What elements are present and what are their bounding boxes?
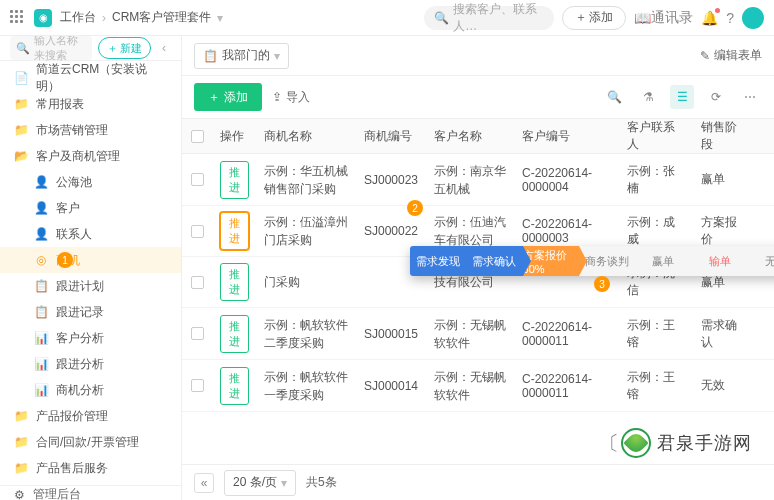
nav-item-followplan[interactable]: 📋跟进计划 [0,273,181,299]
list-icon: 📋 [34,305,48,319]
nav-item-reports[interactable]: 📁常用报表 [0,91,181,117]
filter-icon[interactable]: ⚗ [636,85,660,109]
nav-item-marketing[interactable]: 📁市场营销管理 [0,117,181,143]
apps-icon[interactable] [10,10,26,26]
add-button[interactable]: ＋添加 [562,6,626,30]
table-row[interactable]: 推进示例：帆软软件二季度采购SJ000015示例：无锡帆软软件C-2022061… [182,308,774,360]
cell-code: SJ000015 [356,314,426,353]
stage-lose[interactable]: 输单 [691,246,747,276]
nav-item-customer[interactable]: 📂客户及商机管理 [0,143,181,169]
cell-contact: 示例：王镕 [619,314,693,353]
help-icon[interactable]: ? [726,10,734,26]
cell-custcode: C-20220614-0000011 [514,314,619,353]
chevron-down-icon[interactable]: ▾ [217,11,223,25]
new-button[interactable]: ＋新建 [98,37,151,59]
badge-3: 3 [594,276,610,292]
search-icon: 🔍 [434,11,449,25]
nav-item-contract[interactable]: 📁合同/回款/开票管理 [0,429,181,455]
cell-stage: 需求确认 [693,314,753,353]
chevron-right-icon: › [102,11,106,25]
add-record-button[interactable]: ＋添加 [194,83,262,111]
push-button[interactable]: 推进 [220,315,249,353]
cell-contact: 示例：王镕 [619,366,693,405]
edit-form-link[interactable]: ✎ 编辑表单 [700,47,762,64]
gear-icon: ⚙ [14,488,25,501]
nav-item-custanalysis[interactable]: 📊客户分析 [0,325,181,351]
chart-icon: 📊 [34,331,48,345]
stage-quote[interactable]: 方案报价 60% [523,246,579,276]
breadcrumb-workbench[interactable]: 工作台 [60,9,96,26]
badge-2: 2 [407,200,423,216]
stage-win[interactable]: 赢单 [635,246,691,276]
nav-item-oppanalysis[interactable]: 📊商机分析 [0,377,181,403]
stage-discover[interactable]: 需求发现 [410,246,466,276]
table-body: 2 需求发现 需求确认 方案报价 60% 商务谈判 赢单 输单 无效 3 推进示… [182,154,774,412]
nav-item-install[interactable]: 📄简道云CRM（安装说明） [0,65,181,91]
cell-name: 示例：帆软软件一季度采购 [264,368,348,404]
nav-item-contact[interactable]: 👤联系人 [0,221,181,247]
stage-confirm[interactable]: 需求确认 [466,246,522,276]
col-custcode: 客户编号 [514,119,619,153]
page-prev[interactable]: « [194,473,214,493]
stage-negotiate[interactable]: 商务谈判 [579,246,635,276]
sidebar-search[interactable]: 🔍输入名称来搜索 [10,36,92,60]
col-name: 商机名称 [256,119,356,153]
pagesize-select[interactable]: 20 条/页 ▾ [224,470,296,496]
col-stage: 销售阶段 [693,119,753,153]
total-count: 共5条 [306,474,337,491]
refresh-icon[interactable]: ⟳ [704,85,728,109]
row-checkbox[interactable] [191,173,204,186]
cell-code: SJ000014 [356,366,426,405]
bell-icon[interactable]: 🔔 [701,10,718,26]
checkbox-all[interactable] [191,130,204,143]
avatar[interactable] [742,7,764,29]
search-icon[interactable]: 🔍 [602,85,626,109]
table-row[interactable]: 推进示例：帆软软件一季度采购SJ000014示例：无锡帆软软件C-2022061… [182,360,774,412]
badge-1: 1 [57,252,73,268]
cell-cust: 示例：南京华五机械 [434,162,506,198]
col-code: 商机编号 [356,119,426,153]
cell-stage: 方案报价 [693,212,753,250]
folder-open-icon: 📂 [14,149,28,163]
nav-item-opportunity[interactable]: ◎商机1 [0,247,181,273]
list-view-icon[interactable]: ☰ [670,85,694,109]
logo-icon: ◉ [34,9,52,27]
cell-name: 示例：帆软软件二季度采购 [264,316,348,352]
admin-link[interactable]: ⚙管理后台 [0,485,181,500]
user-icon: 👤 [34,201,48,215]
row-checkbox[interactable] [191,379,204,392]
nav-item-quote[interactable]: 📁产品报价管理 [0,403,181,429]
sidebar: 🔍输入名称来搜索 ＋新建 ‹ 📄简道云CRM（安装说明） 📁常用报表 📁市场营销… [0,36,182,500]
cell-cust: 示例：无锡帆软软件 [434,368,506,404]
folder-icon: 📁 [14,409,28,423]
push-button[interactable]: 推进 [220,367,249,405]
global-search[interactable]: 🔍 搜索客户、联系人… [424,6,554,30]
push-button[interactable]: 推进 [220,212,249,250]
import-button[interactable]: ⇪ 导入 [272,89,310,106]
breadcrumb-suite[interactable]: CRM客户管理套件 [112,9,211,26]
cell-cust: 示例：无锡帆软软件 [434,316,506,352]
chart-icon: 📊 [34,357,48,371]
contacts-link[interactable]: 📖 通讯录 [634,9,693,27]
nav-item-service[interactable]: 📁产品售后服务 [0,455,181,481]
cell-stage: 无效 [693,366,753,405]
nav-item-followrec[interactable]: 📋跟进记录 [0,299,181,325]
row-checkbox[interactable] [191,225,204,238]
more-icon[interactable]: ⋯ [738,85,762,109]
collapse-icon[interactable]: ‹ [157,41,171,55]
nav-item-followanalysis[interactable]: 📊跟进分析 [0,351,181,377]
cell-code: SJ000022 [356,212,426,250]
col-cust: 客户名称 [426,119,514,153]
push-button[interactable]: 推进 [220,263,249,301]
nav-item-pool[interactable]: 👤公海池 [0,169,181,195]
row-checkbox[interactable] [191,276,204,289]
row-checkbox[interactable] [191,327,204,340]
cell-name: 示例：华五机械销售部门采购 [264,162,348,198]
target-icon: ◎ [34,253,48,267]
cell-custcode: C-20220614-0000011 [514,366,619,405]
nav-item-client[interactable]: 👤客户 [0,195,181,221]
scope-select[interactable]: 📋 我部门的 ▾ [194,43,289,69]
folder-icon: 📁 [14,461,28,475]
table-row[interactable]: 推进示例：华五机械销售部门采购SJ000023示例：南京华五机械C-202206… [182,154,774,206]
push-button[interactable]: 推进 [220,161,249,199]
